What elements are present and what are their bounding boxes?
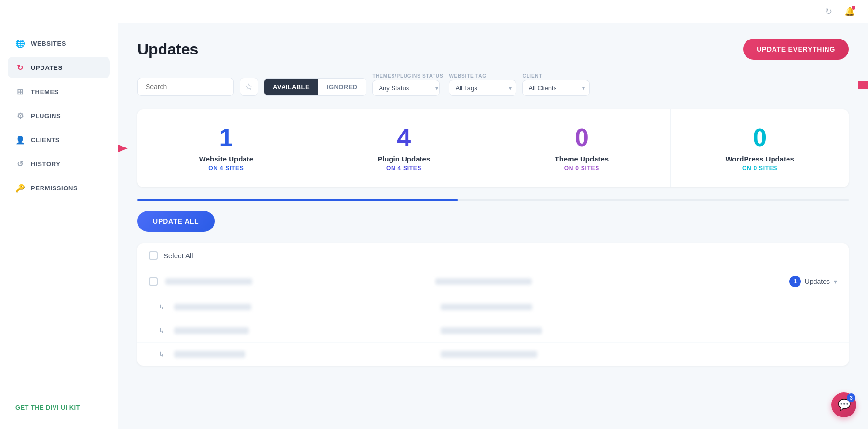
stat-card-wordpress: 0 WordPress Updates ON 0 SITES (671, 109, 849, 187)
table-row-child-1: ↳ (137, 295, 849, 319)
themes-icon: ⊞ (15, 87, 25, 96)
themes-plugins-select[interactable]: Any Status (372, 80, 440, 96)
stat-sublabel-website: ON 4 SITES (149, 165, 303, 172)
select-all-label: Select All (163, 252, 193, 260)
row-name-2 (174, 304, 433, 310)
blurred-url-3 (441, 327, 542, 334)
table-row: 1 Updates ▾ (137, 268, 849, 295)
clients-icon: 👤 (15, 135, 25, 145)
sidebar-label-clients: Clients (31, 136, 60, 144)
update-everything-button[interactable]: UPDATE EVERYTHING (743, 39, 849, 60)
notification-icon[interactable]: 🔔 (843, 5, 856, 18)
themes-plugins-select-wrapper: Any Status (372, 80, 443, 96)
stat-card-website: 1 Website Update ON 4 SITES (137, 109, 315, 187)
sidebar-item-updates[interactable]: ↻ Updates (8, 57, 110, 78)
svg-marker-1 (118, 141, 128, 156)
sidebar-item-history[interactable]: ↺ History (8, 153, 110, 174)
website-tag-label: WEBSITE TAG (449, 73, 516, 79)
page-header: Updates UPDATE EVERYTHING (137, 39, 849, 60)
stat-number-website: 1 (149, 125, 303, 150)
sidebar-item-permissions[interactable]: 🔑 Permissions (8, 177, 110, 199)
stat-label-plugins: Plugin Updates (327, 155, 481, 163)
star-filter-button[interactable]: ☆ (240, 78, 258, 96)
sidebar-label-permissions: Permissions (31, 185, 78, 192)
client-filter-label: CLIENT (522, 73, 590, 79)
chevron-down-icon[interactable]: ▾ (834, 278, 837, 285)
sidebar-label-plugins: Plugins (31, 112, 61, 120)
main-layout: 🌐 Websites ↻ Updates ⊞ Themes ⚙ Plugins … (0, 23, 868, 429)
select-all-row: Select All (137, 243, 849, 268)
updates-label-1: Updates (805, 278, 830, 285)
website-tag-select-wrapper: All Tags (449, 80, 516, 96)
row-url-1 (435, 278, 698, 285)
blurred-name-4 (174, 351, 245, 358)
top-bar: ↻ 🔔 (0, 0, 868, 23)
chat-bubble[interactable]: 💬 3 (831, 392, 856, 417)
row-url-3 (441, 327, 700, 334)
stat-label-wordpress: WordPress Updates (682, 155, 837, 163)
themes-plugins-filter-group: THEMES/PLUGINS STATUS Any Status (372, 73, 443, 96)
stat-sublabel-plugins: ON 4 SITES (327, 165, 481, 172)
indent-arrow-3: ↳ (159, 350, 164, 358)
table-row-child-2: ↳ (137, 319, 849, 343)
website-tag-select[interactable]: All Tags (449, 80, 516, 96)
updates-icon: ↻ (15, 63, 25, 72)
progress-bar (137, 199, 849, 201)
sidebar-item-clients[interactable]: 👤 Clients (8, 129, 110, 150)
stats-section: 1 Website Update ON 4 SITES 4 Plugin Upd… (137, 109, 849, 187)
indent-arrow-1: ↳ (159, 303, 164, 311)
themes-plugins-label: THEMES/PLUGINS STATUS (372, 73, 443, 79)
stat-number-themes: 0 (505, 125, 659, 150)
row-name-1 (165, 278, 428, 285)
website-tag-filter-group: WEBSITE TAG All Tags (449, 73, 516, 96)
sidebar: 🌐 Websites ↻ Updates ⊞ Themes ⚙ Plugins … (0, 23, 118, 429)
row-name-3 (174, 327, 433, 334)
row-name-4 (174, 351, 433, 358)
blurred-name-3 (174, 327, 249, 334)
sidebar-label-themes: Themes (31, 88, 59, 95)
row-checkbox-1[interactable] (149, 277, 158, 286)
sidebar-label-websites: Websites (31, 40, 66, 47)
sidebar-item-themes[interactable]: ⊞ Themes (8, 81, 110, 102)
stat-number-plugins: 4 (327, 125, 481, 150)
blurred-name-1 (165, 278, 252, 285)
select-all-checkbox[interactable] (149, 251, 158, 260)
permissions-icon: 🔑 (15, 183, 25, 193)
stat-sublabel-wordpress: ON 0 SITES (682, 165, 837, 172)
history-icon: ↺ (15, 159, 25, 169)
stat-sublabel-themes: ON 0 SITES (505, 165, 659, 172)
availability-toggle: AVAILABLE IGNORED (264, 78, 366, 96)
indent-arrow-2: ↳ (159, 327, 164, 335)
updates-table: Select All 1 Updates ▾ ↳ (137, 243, 849, 366)
blurred-url-4 (441, 351, 537, 358)
stats-row: 1 Website Update ON 4 SITES 4 Plugin Upd… (137, 109, 849, 187)
available-toggle-btn[interactable]: AVAILABLE (264, 79, 318, 95)
client-select-wrapper: All Clients (522, 80, 590, 96)
blurred-name-2 (174, 304, 251, 310)
chat-badge: 3 (847, 393, 855, 402)
progress-bar-fill (137, 199, 458, 201)
svg-marker-0 (858, 77, 868, 93)
updates-badge-1: 1 (789, 276, 801, 287)
sidebar-item-websites[interactable]: 🌐 Websites (8, 33, 110, 54)
update-all-button[interactable]: UPDATE ALL (137, 211, 215, 232)
blurred-url-2 (441, 304, 532, 310)
divi-kit-link[interactable]: GET THE DIVI UI KIT (15, 404, 80, 411)
sidebar-item-plugins[interactable]: ⚙ Plugins (8, 105, 110, 126)
row-url-4 (441, 351, 700, 358)
annotation-arrow-left (118, 139, 128, 158)
globe-icon: 🌐 (15, 39, 25, 48)
stat-card-themes: 0 Theme Updates ON 0 SITES (493, 109, 671, 187)
sidebar-label-history: History (31, 161, 61, 168)
client-select[interactable]: All Clients (522, 80, 590, 96)
refresh-icon[interactable]: ↻ (822, 5, 835, 18)
content-area: Updates UPDATE EVERYTHING ☆ AVAILABLE IG… (118, 23, 868, 429)
search-input[interactable] (137, 78, 234, 96)
blurred-url-1 (435, 278, 532, 285)
table-row-child-3: ↳ (137, 343, 849, 366)
sidebar-footer: GET THE DIVI UI KIT (8, 395, 110, 419)
row-url-2 (441, 304, 700, 310)
page-title: Updates (137, 40, 198, 58)
row-updates-1: 1 Updates ▾ (706, 276, 837, 287)
ignored-toggle-btn[interactable]: IGNORED (318, 79, 366, 95)
